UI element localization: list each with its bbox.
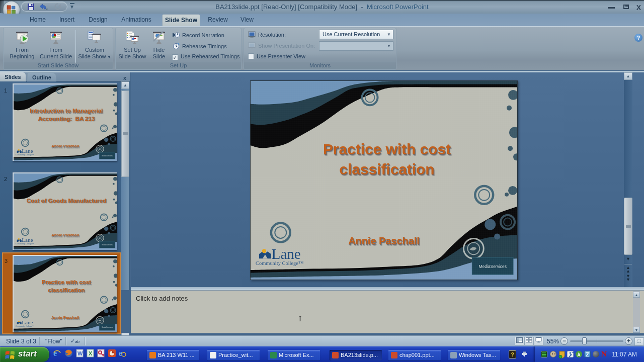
- svg-text:MediaServices: MediaServices: [102, 326, 113, 328]
- svg-text:Annie Paschall: Annie Paschall: [51, 315, 79, 320]
- svg-text:Accounting: BA 213: Accounting: BA 213: [38, 116, 95, 122]
- svg-text:Community College™: Community College™: [256, 260, 303, 266]
- svg-text:Introduction to Managerial: Introduction to Managerial: [30, 108, 103, 114]
- svg-text:e: e: [53, 349, 57, 357]
- svg-text:Cost of Goods Manufactured: Cost of Goods Manufactured: [27, 198, 107, 204]
- svg-text:Lane: Lane: [272, 246, 301, 262]
- svg-text:Annie Paschall: Annie Paschall: [51, 144, 79, 148]
- svg-text:Community College™: Community College™: [16, 242, 34, 245]
- svg-text:Annie Paschall: Annie Paschall: [348, 235, 420, 246]
- svg-text:MediaServices: MediaServices: [102, 155, 113, 157]
- svg-text:Lane: Lane: [22, 237, 33, 243]
- svg-text:X: X: [89, 350, 93, 356]
- svg-text:Lane: Lane: [22, 148, 33, 154]
- svg-text:Practice with cost: Practice with cost: [42, 279, 91, 285]
- svg-text:W: W: [77, 350, 83, 356]
- svg-text:Community College™: Community College™: [16, 153, 34, 156]
- svg-text:Lane: Lane: [22, 319, 33, 325]
- svg-text:MediaServices: MediaServices: [102, 244, 113, 246]
- svg-text:Practice with cost: Practice with cost: [323, 141, 451, 157]
- svg-text:Community College™: Community College™: [16, 325, 34, 327]
- svg-text:Annie Paschall: Annie Paschall: [51, 233, 79, 237]
- svg-text:classification: classification: [339, 161, 434, 177]
- svg-text:classification: classification: [48, 287, 85, 293]
